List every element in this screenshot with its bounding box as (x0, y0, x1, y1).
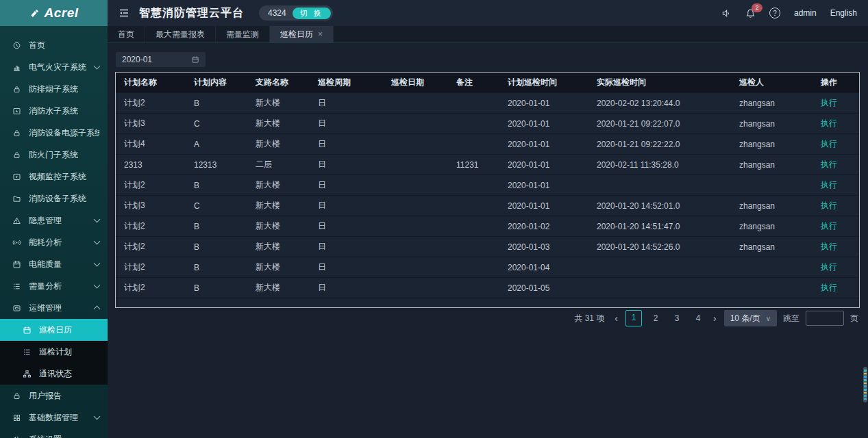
sidebar-item-fire-equipment-power[interactable]: 消防设备电源子系统 (0, 122, 108, 144)
sidebar-item-fire-door[interactable]: 防火门子系统 (0, 144, 108, 166)
tab-demand-monitor[interactable]: 需量监测 (216, 26, 270, 42)
execute-link[interactable]: 执行 (821, 180, 837, 190)
execute-link[interactable]: 执行 (821, 98, 837, 107)
table-row[interactable]: 计划2B新大楼日2020-01-04执行 (116, 257, 859, 278)
scrollbar-indicator[interactable] (863, 367, 867, 402)
sidebar-item-demand-analysis[interactable]: 需量分析 (0, 275, 108, 297)
main-content: 2020-01 计划名称 计划内容 支路名称 巡检周期 巡检日期 备注 计划巡检… (108, 43, 868, 438)
lock-icon (12, 151, 21, 159)
acrel-logo-icon (29, 8, 40, 19)
sidebar-item-label: 首页 (29, 40, 45, 51)
sidebar-item-hazard-mgmt[interactable]: 隐患管理 (0, 209, 108, 231)
execute-link[interactable]: 执行 (821, 283, 837, 292)
sidebar-item-inspection-plan[interactable]: 巡检计划 (0, 341, 108, 363)
execute-link[interactable]: 执行 (821, 118, 837, 128)
col-header: 操作 (813, 73, 859, 93)
sidebar-item-fire-equipment[interactable]: 消防设备子系统 (0, 188, 108, 209)
sidebar-item-video-monitor[interactable]: 视频监控子系统 (0, 166, 108, 188)
list-icon (23, 348, 32, 357)
month-picker[interactable]: 2020-01 (116, 52, 206, 67)
sidebar-item-label: 需量分析 (29, 281, 62, 292)
folder-icon (12, 194, 21, 203)
sidebar-item-label: 能耗分析 (29, 237, 62, 248)
table-row[interactable]: 计划2B新大楼日2020-01-022020-01-20 14:51:47.0z… (116, 216, 859, 237)
tab-home[interactable]: 首页 (108, 26, 145, 42)
col-header: 备注 (448, 73, 499, 93)
sidebar-item-comm-status[interactable]: 通讯状态 (0, 363, 108, 385)
sidebar-item-label: 巡检日历 (39, 324, 72, 336)
sidebar-item-label: 用户报告 (29, 390, 62, 402)
table-row[interactable]: 231312313二层日112312020-01-012020-02-11 11… (116, 155, 859, 175)
user-menu[interactable]: admin (794, 8, 817, 18)
switch-station-button[interactable]: 切 换 (293, 8, 331, 19)
sidebar-item-label: 消防水子系统 (29, 105, 78, 117)
tab-bar: 首页 最大需量报表 需量监测 巡检日历× (108, 26, 868, 43)
execute-link[interactable]: 执行 (821, 262, 837, 272)
sidebar-item-energy-analysis[interactable]: 能耗分析 (0, 231, 108, 253)
page-button-1[interactable]: 1 (625, 310, 642, 326)
table-header-row: 计划名称 计划内容 支路名称 巡检周期 巡检日期 备注 计划巡检时间 实际巡检时… (116, 73, 859, 93)
execute-link[interactable]: 执行 (821, 242, 837, 251)
table-row[interactable]: 计划3C新大楼日2020-01-012020-01-20 14:52:01.0z… (116, 196, 859, 216)
page-button-2[interactable]: 2 (648, 311, 663, 326)
chevron-up-icon (94, 306, 101, 313)
tab-inspection-calendar[interactable]: 巡检日历× (270, 26, 334, 42)
tab-label: 需量监测 (226, 29, 259, 40)
execute-link[interactable]: 执行 (821, 159, 837, 169)
calendar-icon (12, 260, 21, 269)
col-header: 计划巡检时间 (499, 73, 588, 93)
sidebar-item-smoke-control[interactable]: 防排烟子系统 (0, 78, 108, 100)
table-row[interactable]: 计划4A新大楼日2020-01-012020-01-21 09:22:22.0z… (116, 134, 859, 155)
table-row[interactable]: 计划2B新大楼日2020-01-032020-01-20 14:52:26.0z… (116, 237, 859, 257)
table-row[interactable]: 计划2B新大楼日2020-01-01执行 (116, 175, 859, 196)
sidebar-item-label: 运维管理 (29, 302, 62, 314)
bell-icon[interactable]: 2 (745, 8, 756, 18)
execute-link[interactable]: 执行 (821, 221, 837, 231)
chart-icon (12, 63, 21, 72)
sidebar-item-base-data-mgmt[interactable]: 基础数据管理 (0, 407, 108, 428)
jump-page-input[interactable] (806, 311, 844, 326)
execute-link[interactable]: 执行 (821, 139, 837, 149)
table-row[interactable]: 计划2B新大楼日2020-01-012020-02-02 13:20:44.0z… (116, 93, 859, 114)
tab-max-demand-report[interactable]: 最大需量报表 (145, 26, 216, 42)
chevron-down-icon: ∨ (766, 315, 771, 322)
sidebar-item-inspection-calendar[interactable]: 巡检日历 (0, 319, 108, 341)
pagination-total: 共 31 项 (574, 313, 604, 324)
sidebar-item-label: 系统设置 (29, 434, 62, 438)
chevron-down-icon (94, 63, 101, 70)
prev-page-icon[interactable]: ‹ (613, 313, 619, 324)
sidebar-item-electrical-fire[interactable]: 电气火灾子系统 (0, 56, 108, 78)
sidebar-nav: 首页 电气火灾子系统 防排烟子系统 消防水子系统 消防设备电源子系统 防火门子系… (0, 26, 108, 438)
sidebar-item-user-report[interactable]: 用户报告 (0, 385, 108, 407)
calendar-icon (191, 55, 199, 64)
help-icon[interactable]: ? (769, 8, 780, 18)
list-icon (12, 282, 21, 291)
sidebar-item-system-settings[interactable]: 系统设置 (0, 428, 108, 438)
close-icon[interactable]: × (318, 30, 323, 38)
sidebar-item-fire-water[interactable]: 消防水子系统 (0, 100, 108, 122)
ops-submenu: 巡检日历 巡检计划 通讯状态 (0, 319, 108, 385)
next-page-icon[interactable]: › (712, 313, 718, 324)
sidebar: Acrel 首页 电气火灾子系统 防排烟子系统 消防水子系统 消防设备电源子系统… (0, 0, 108, 438)
brand-logo: Acrel (0, 0, 108, 26)
table-row[interactable]: 计划3C新大楼日2020-01-012020-01-21 09:22:07.0z… (116, 114, 859, 134)
table-row[interactable]: 计划2B新大楼日2020-01-05执行 (116, 278, 859, 298)
jump-label: 跳至 (783, 313, 799, 324)
sidebar-item-home[interactable]: 首页 (0, 34, 108, 56)
sidebar-item-label: 电气火灾子系统 (29, 62, 86, 73)
lock-icon (12, 129, 21, 138)
sidebar-item-power-quality[interactable]: 电能质量 (0, 253, 108, 275)
language-switch[interactable]: English (830, 8, 857, 18)
page-button-3[interactable]: 3 (669, 311, 684, 326)
menu-fold-icon[interactable] (119, 8, 129, 18)
page-button-4[interactable]: 4 (691, 311, 706, 326)
execute-link[interactable]: 执行 (821, 201, 837, 210)
station-pill: 4324 切 换 (259, 5, 333, 21)
sidebar-item-ops-mgmt[interactable]: 运维管理 (0, 297, 108, 319)
sidebar-item-label: 巡检计划 (39, 346, 72, 358)
speaker-icon[interactable] (721, 8, 732, 18)
page-size-select[interactable]: 10 条/页 ∨ (724, 310, 777, 326)
play-square-icon (12, 107, 21, 116)
table-footer-spacer (116, 298, 859, 308)
tab-label: 巡检日历 (280, 29, 313, 40)
